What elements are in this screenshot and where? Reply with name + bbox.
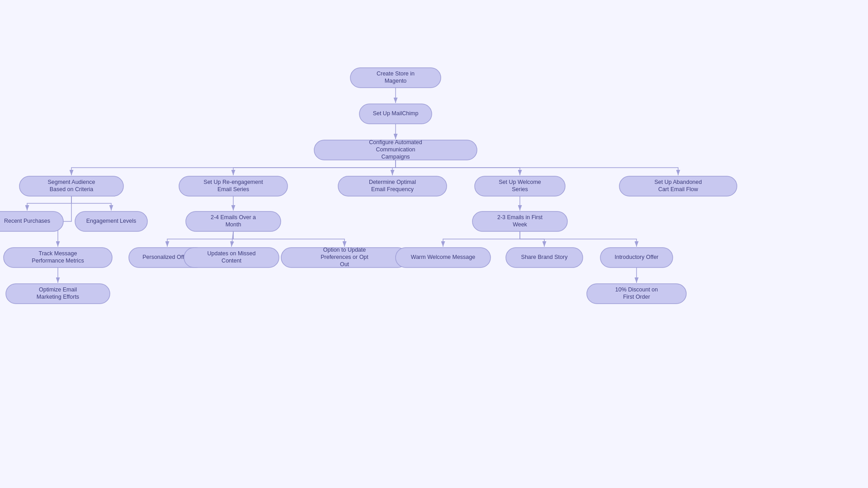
node-magento[interactable]: Create Store inMagento xyxy=(350,68,441,88)
svg-text:Set Up Re-engagement: Set Up Re-engagement xyxy=(203,179,263,185)
svg-text:10% Discount on: 10% Discount on xyxy=(615,286,658,293)
node-engagement_levels[interactable]: Engagement Levels xyxy=(75,211,147,231)
node-segment[interactable]: Segment AudienceBased on Criteria xyxy=(19,176,123,196)
svg-text:Email Series: Email Series xyxy=(217,186,249,192)
node-emails_first_week[interactable]: 2-3 Emails in FirstWeek xyxy=(472,211,567,231)
svg-text:Email Frequency: Email Frequency xyxy=(371,186,414,192)
edge-campaigns-to-reengagement xyxy=(233,160,396,175)
svg-text:2-4 Emails Over a: 2-4 Emails Over a xyxy=(211,214,256,221)
node-optimize[interactable]: Optimize EmailMarketing Efforts xyxy=(6,284,110,304)
svg-text:Performance Metrics: Performance Metrics xyxy=(32,258,84,264)
edge-emails_month-to-personalized_offers xyxy=(167,231,233,247)
node-recent_purchases[interactable]: Recent Purchases xyxy=(0,211,63,231)
svg-text:Updates on Missed: Updates on Missed xyxy=(207,250,255,257)
svg-text:Campaigns: Campaigns xyxy=(381,154,410,160)
svg-text:Create Store in: Create Store in xyxy=(377,70,415,77)
edge-emails_first_week-to-warm_welcome xyxy=(443,231,520,247)
svg-text:Marketing Efforts: Marketing Efforts xyxy=(37,294,79,300)
svg-text:2-3 Emails in First: 2-3 Emails in First xyxy=(497,214,543,221)
svg-text:Configure Automated: Configure Automated xyxy=(369,139,422,145)
node-reengagement[interactable]: Set Up Re-engagementEmail Series xyxy=(179,176,288,196)
svg-text:Preferences or Opt: Preferences or Opt xyxy=(321,254,368,260)
svg-text:Engagement Levels: Engagement Levels xyxy=(86,218,137,224)
node-frequency[interactable]: Determine OptimalEmail Frequency xyxy=(338,176,447,196)
svg-text:Out: Out xyxy=(340,261,349,267)
svg-text:Segment Audience: Segment Audience xyxy=(48,179,95,185)
flow-diagram: Create Store inMagentoSet Up MailChimpCo… xyxy=(0,0,868,488)
edge-campaigns-to-frequency xyxy=(392,160,396,175)
svg-text:Based on Criteria: Based on Criteria xyxy=(50,186,94,192)
node-mailchimp[interactable]: Set Up MailChimp xyxy=(359,104,432,124)
svg-text:Set Up MailChimp: Set Up MailChimp xyxy=(373,110,419,117)
svg-text:Set Up Welcome: Set Up Welcome xyxy=(499,179,541,185)
svg-text:Determine Optimal: Determine Optimal xyxy=(369,179,416,185)
svg-text:Share Brand Story: Share Brand Story xyxy=(521,254,568,260)
svg-text:Recent Purchases: Recent Purchases xyxy=(4,218,50,224)
edge-emails_month-to-opt_out xyxy=(233,231,344,247)
node-intro_offer[interactable]: Introductory Offer xyxy=(600,248,673,267)
svg-text:First Order: First Order xyxy=(623,294,650,300)
node-warm_welcome[interactable]: Warm Welcome Message xyxy=(396,248,491,267)
edge-segment-to-engagement_levels xyxy=(71,196,111,211)
svg-text:Introductory Offer: Introductory Offer xyxy=(614,254,658,260)
svg-text:Series: Series xyxy=(512,186,528,192)
node-campaigns[interactable]: Configure AutomatedCommunicationCampaign… xyxy=(314,139,477,160)
svg-text:Week: Week xyxy=(513,221,527,228)
node-emails_month[interactable]: 2-4 Emails Over aMonth xyxy=(186,211,281,231)
node-abandoned_cart[interactable]: Set Up AbandonedCart Email Flow xyxy=(619,176,737,196)
svg-text:Communication: Communication xyxy=(376,146,415,153)
node-discount[interactable]: 10% Discount onFirst Order xyxy=(587,284,686,304)
svg-text:Month: Month xyxy=(226,221,241,228)
edge-emails_first_week-to-intro_offer xyxy=(520,231,637,247)
edge-segment-to-recent_purchases xyxy=(27,196,71,211)
node-updates_content[interactable]: Updates on MissedContent xyxy=(184,248,279,267)
svg-text:Optimize Email: Optimize Email xyxy=(39,286,77,293)
svg-text:Option to Update: Option to Update xyxy=(323,247,366,253)
node-track_metrics[interactable]: Track MessagePerformance Metrics xyxy=(4,248,112,267)
svg-text:Cart Email Flow: Cart Email Flow xyxy=(658,186,698,192)
svg-text:Content: Content xyxy=(222,258,241,264)
svg-text:Track Message: Track Message xyxy=(39,250,77,257)
node-share_brand[interactable]: Share Brand Story xyxy=(506,248,583,267)
svg-text:Warm Welcome Message: Warm Welcome Message xyxy=(411,254,475,260)
node-welcome_series[interactable]: Set Up WelcomeSeries xyxy=(475,176,565,196)
svg-text:Set Up Abandoned: Set Up Abandoned xyxy=(655,179,702,185)
node-opt_out[interactable]: Option to UpdatePreferences or OptOut xyxy=(281,247,408,267)
edge-campaigns-to-abandoned_cart xyxy=(396,160,678,175)
svg-text:Magento: Magento xyxy=(385,78,407,84)
